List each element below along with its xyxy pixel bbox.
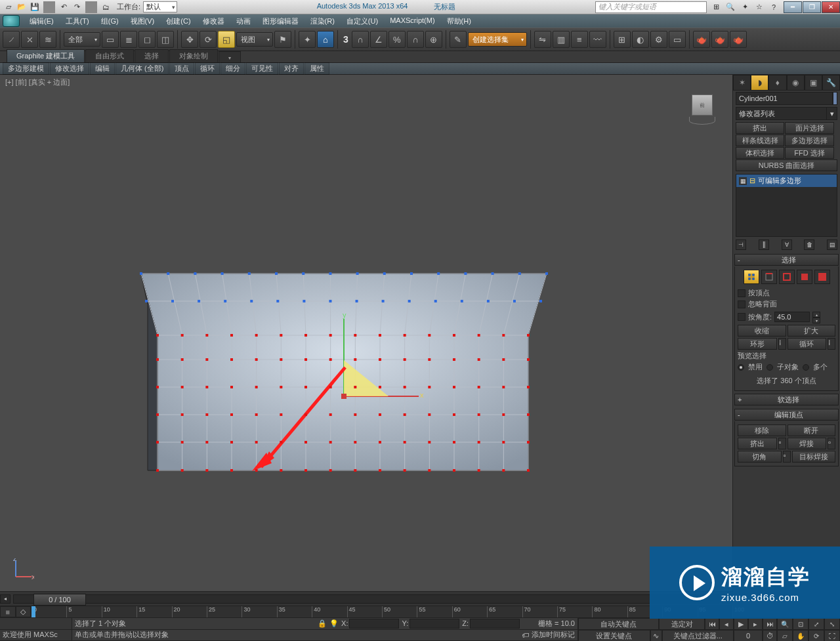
time-tag-icon[interactable]: 🏷 <box>522 631 529 639</box>
modifier-quick-button[interactable]: 面片选择 <box>785 122 833 134</box>
menu-item[interactable]: 修改器 <box>197 16 230 26</box>
radio-multi[interactable] <box>803 364 809 371</box>
mirror-icon[interactable]: ⇋ <box>534 31 551 48</box>
next-frame-icon[interactable]: ▸ <box>748 618 763 630</box>
ring-spinner[interactable]: ⁞ <box>778 338 786 350</box>
ribbon-tab[interactable]: 自由形式 <box>85 49 134 62</box>
search-input[interactable]: 键入关键字或短语 <box>595 1 707 13</box>
select-object-icon[interactable]: ▭ <box>102 31 119 48</box>
app-logo-icon[interactable] <box>3 15 20 27</box>
rendered-frame-icon[interactable]: ▭ <box>669 31 686 48</box>
remove-button[interactable]: 移除 <box>738 424 786 436</box>
timeline-prev[interactable]: ◂ <box>0 594 10 604</box>
subobj-polygon-icon[interactable] <box>797 270 812 284</box>
subscribe-icon[interactable]: ✦ <box>738 1 751 13</box>
ribbon-tab[interactable]: Graphite 建模工具 <box>7 49 85 62</box>
trackbar-key-icon[interactable]: ◇ <box>16 606 32 617</box>
maximize-button[interactable]: ❐ <box>803 1 821 13</box>
coord-x-input[interactable] <box>349 619 399 629</box>
ribbon-panel-button[interactable]: 细分 <box>220 62 245 75</box>
play-icon[interactable]: ▶ <box>734 618 748 630</box>
motion-tab-icon[interactable]: ◉ <box>787 75 805 91</box>
modifier-quick-button[interactable]: 多边形选择 <box>785 134 833 146</box>
loop-button[interactable]: 循环 <box>788 338 827 350</box>
stack-item-editable-poly[interactable]: ▦⊟可编辑多边形 <box>736 175 837 187</box>
zoom-extents-icon[interactable]: ⤢ <box>808 618 824 630</box>
render-active-icon[interactable]: 🫖 <box>730 31 747 48</box>
grow-button[interactable]: 扩大 <box>788 325 836 337</box>
subobj-element-icon[interactable] <box>814 270 830 284</box>
display-tab-icon[interactable]: ▣ <box>805 75 822 91</box>
weld-button[interactable]: 焊接 <box>788 438 827 449</box>
infocenter-icon[interactable]: ⊞ <box>709 1 723 13</box>
modifier-quick-button[interactable]: 样条线选择 <box>736 134 784 146</box>
autokey-button[interactable]: 自动关键点 <box>578 618 659 630</box>
pin-stack-icon[interactable]: ⊣ <box>736 239 746 250</box>
redo-icon[interactable]: ↷ <box>71 1 83 13</box>
prev-frame-icon[interactable]: ◂ <box>719 618 734 630</box>
scale-icon[interactable]: ◱ <box>218 31 235 48</box>
make-unique-icon[interactable]: ∀ <box>782 239 792 250</box>
object-name-input[interactable] <box>736 92 833 105</box>
menu-item[interactable]: 工具(T) <box>60 16 95 26</box>
loop-spinner[interactable]: ⁞ <box>828 338 835 350</box>
modifier-quick-button[interactable]: 挤出 <box>736 122 784 134</box>
utilities-tab-icon[interactable]: 🔧 <box>822 75 840 91</box>
favorite-icon[interactable]: ☆ <box>753 1 766 13</box>
rotate-icon[interactable]: ⟳ <box>200 31 217 48</box>
ribbon-overflow[interactable] <box>219 51 241 62</box>
modifier-list-combo[interactable]: 修改器列表▾ <box>736 107 837 120</box>
ribbon-panel-button[interactable]: 可见性 <box>246 62 278 75</box>
time-slider[interactable]: 0 / 100 <box>13 594 719 604</box>
modifier-quick-button[interactable]: NURBS 曲面选择 <box>736 159 837 171</box>
subobj-edge-icon[interactable] <box>761 270 777 284</box>
ribbon-panel-button[interactable]: 对齐 <box>279 62 304 75</box>
ring-button[interactable]: 环形 <box>738 338 777 350</box>
menu-item[interactable]: 视图(V) <box>125 16 161 26</box>
radio-subobj[interactable] <box>766 364 773 371</box>
ribbon-panel-button[interactable]: 顶点 <box>169 62 194 75</box>
radio-disable[interactable] <box>738 364 744 371</box>
keymode-combo[interactable]: 选定对 <box>659 618 705 630</box>
current-frame-input[interactable]: 0 <box>734 630 763 641</box>
target-weld-button[interactable]: 目标焊接 <box>792 451 836 463</box>
rollout-selection[interactable]: -选择 <box>734 254 839 266</box>
edit-named-sel-icon[interactable]: ✎ <box>450 31 467 48</box>
ref-coord-combo[interactable]: 视图 <box>236 32 273 47</box>
modify-tab-icon[interactable]: ◗ <box>751 75 768 91</box>
break-button[interactable]: 断开 <box>788 424 836 436</box>
setkey-button[interactable]: 设置关键点 <box>578 630 650 641</box>
menu-item[interactable]: 动画 <box>230 16 257 26</box>
workspace-combo[interactable]: 默认 <box>143 1 177 12</box>
shrink-button[interactable]: 收缩 <box>738 325 786 337</box>
percent-snap-icon[interactable]: % <box>388 31 406 48</box>
project-icon[interactable]: 🗂 <box>100 1 112 13</box>
modifier-quick-button[interactable]: FFD 选择 <box>785 147 833 159</box>
use-pivot-icon[interactable]: ⚑ <box>274 31 291 48</box>
curve-editor-icon[interactable]: 〰 <box>589 31 606 48</box>
extrude-button[interactable]: 挤出 <box>738 438 777 449</box>
new-icon[interactable]: ▱ <box>3 1 14 13</box>
render-iter-icon[interactable]: 🫖 <box>711 31 728 48</box>
add-time-tag[interactable]: 添加时间标记 <box>532 630 575 640</box>
render-prod-icon[interactable]: 🫖 <box>693 31 710 48</box>
configure-sets-icon[interactable]: ▤ <box>827 239 837 250</box>
key-filters-icon[interactable]: ∿ <box>650 630 662 641</box>
ribbon-tab[interactable]: 对象绘制 <box>169 49 218 62</box>
minimize-button[interactable]: ━ <box>784 1 802 13</box>
keyboard-shortcut-icon[interactable]: ⌂ <box>317 31 334 48</box>
subobj-border-icon[interactable] <box>779 270 795 284</box>
axis-constraint-icon[interactable]: ⊕ <box>425 31 442 48</box>
ribbon-panel-button[interactable]: 编辑 <box>90 62 115 75</box>
show-end-result-icon[interactable]: ǁ <box>759 239 769 250</box>
modifier-quick-button[interactable]: 体积选择 <box>736 147 784 159</box>
coord-y-input[interactable] <box>410 619 459 629</box>
zoom-extents-all-icon[interactable]: ⤡ <box>824 618 840 630</box>
close-button[interactable]: ✕ <box>822 1 840 13</box>
subobj-vertex-icon[interactable] <box>744 270 759 284</box>
open-icon[interactable]: 📂 <box>16 1 28 13</box>
help-icon[interactable]: ? <box>767 1 780 13</box>
time-config-icon[interactable]: ⏱ <box>763 630 777 641</box>
undo-icon[interactable]: ↶ <box>58 1 70 13</box>
snap-toggle-icon[interactable]: ∩ <box>352 31 369 48</box>
